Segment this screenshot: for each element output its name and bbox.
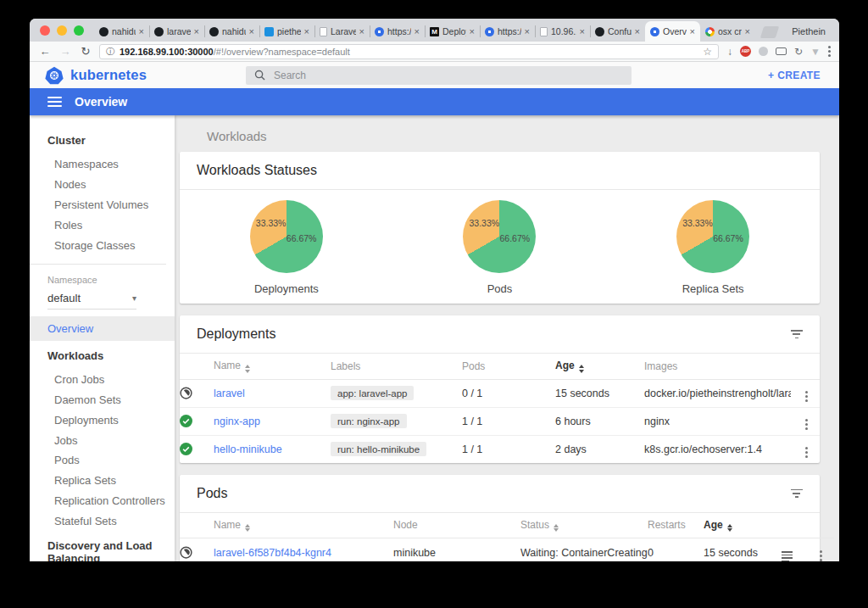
column-header-age[interactable]: Age	[704, 513, 782, 538]
success-icon	[180, 415, 192, 427]
downloads-chevron-icon[interactable]: ▼	[810, 47, 821, 57]
cell-pods: 0 / 1	[462, 379, 555, 407]
column-header-labels[interactable]: Labels	[331, 354, 462, 379]
deployment-link[interactable]: laravel	[214, 388, 245, 399]
back-icon[interactable]: ←	[38, 45, 52, 58]
column-header-status[interactable]: Status	[520, 513, 648, 538]
postman-extension-icon[interactable]	[776, 47, 787, 55]
column-header-node[interactable]: Node	[393, 513, 520, 538]
browser-menu-icon[interactable]	[828, 46, 831, 57]
browser-tab[interactable]: https://k×	[370, 21, 425, 42]
tab-close-icon[interactable]: ×	[415, 27, 420, 36]
column-header-restarts[interactable]: Restarts	[648, 513, 704, 538]
browser-tab[interactable]: Laravel×	[314, 21, 370, 42]
progress-icon	[180, 546, 192, 559]
cell-pods: 1 / 1	[462, 407, 555, 435]
browser-tab[interactable]: piethein×	[259, 21, 314, 42]
sidebar-item-storage-classes[interactable]: Storage Classes	[30, 235, 175, 255]
browser-tab[interactable]: nahidulh×	[94, 21, 149, 42]
replica-sets-pie-chart[interactable]: 33.33% 66.67%	[676, 200, 749, 273]
bookmark-star-icon[interactable]: ☆	[703, 46, 712, 58]
tab-close-icon[interactable]: ×	[580, 27, 585, 36]
sidebar-item-overview[interactable]: Overview	[30, 316, 175, 341]
row-menu-icon[interactable]	[805, 419, 808, 430]
tab-close-icon[interactable]: ×	[304, 27, 309, 36]
sidebar-item-jobs[interactable]: Jobs	[30, 430, 175, 450]
sidebar-item-roles[interactable]: Roles	[30, 215, 175, 235]
page-info-icon[interactable]: ⓘ	[106, 46, 114, 58]
column-header-pods[interactable]: Pods	[462, 354, 555, 379]
deployments-pie-chart[interactable]: 33.33% 66.67%	[250, 200, 323, 273]
sidebar-item-stateful-sets[interactable]: Stateful Sets	[30, 510, 175, 531]
download-extension-icon[interactable]: ↓	[727, 47, 732, 57]
browser-tab[interactable]: osx crea×	[700, 21, 755, 42]
sidebar-item-deployments[interactable]: Deployments	[30, 410, 175, 430]
kubernetes-brand[interactable]: kubernetes	[45, 66, 147, 85]
tab-close-icon[interactable]: ×	[525, 27, 530, 36]
search-input[interactable]: Search	[246, 66, 632, 85]
zoom-window-button[interactable]	[74, 25, 84, 36]
pie-slice-label: 33.33%	[256, 218, 287, 228]
column-header-name[interactable]: Name	[214, 354, 331, 379]
label-chip: run: nginx-app	[331, 414, 407, 428]
deployment-link[interactable]: hello-minikube	[214, 443, 282, 455]
disabled-extension-icon[interactable]	[759, 47, 768, 56]
browser-tab[interactable]: 10.96.13×	[535, 21, 590, 42]
address-bar[interactable]: ⓘ 192.168.99.100:30000/#!/overview?names…	[99, 44, 719, 59]
browser-profile-name[interactable]: Piethein	[792, 26, 831, 42]
sort-icon	[579, 365, 584, 373]
adblock-icon[interactable]: ABP	[740, 46, 751, 57]
column-header-images[interactable]: Images	[644, 354, 791, 379]
tab-close-icon[interactable]: ×	[194, 27, 199, 36]
row-menu-icon[interactable]	[805, 447, 808, 458]
create-button[interactable]: + CREATE	[768, 70, 821, 81]
filter-icon[interactable]	[790, 330, 803, 338]
sort-icon	[245, 524, 250, 533]
browser-tab[interactable]: https://k×	[480, 21, 535, 42]
tab-close-icon[interactable]: ×	[139, 27, 144, 36]
sidebar-item-namespaces[interactable]: Namespaces	[30, 154, 175, 175]
browser-tab[interactable]: nahidulh×	[204, 21, 259, 42]
namespace-select[interactable]: default ▾	[47, 292, 136, 310]
close-window-button[interactable]	[40, 25, 50, 36]
sidebar-item-persistent-volumes[interactable]: Persistent Volumes	[30, 195, 175, 215]
minimize-window-button[interactable]	[57, 25, 67, 36]
filter-icon[interactable]	[790, 489, 803, 498]
tab-close-icon[interactable]: ×	[249, 27, 254, 36]
tab-close-icon[interactable]: ×	[690, 27, 695, 36]
sidebar-header-workloads[interactable]: Workloads	[30, 341, 175, 370]
sidebar-item-cron-jobs[interactable]: Cron Jobs	[30, 370, 175, 390]
pod-link[interactable]: laravel-6f587bf4b4-kgnr4	[214, 547, 331, 559]
tab-close-icon[interactable]: ×	[635, 27, 640, 36]
sidebar-item-replica-sets[interactable]: Replica Sets	[30, 471, 175, 491]
tab-close-icon[interactable]: ×	[359, 27, 364, 36]
sidebar-item-daemon-sets[interactable]: Daemon Sets	[30, 390, 175, 410]
deployment-link[interactable]: nginx-app	[214, 416, 260, 427]
sync-extension-icon[interactable]: ↻	[794, 47, 803, 57]
sidebar-header-discovery[interactable]: Discovery and Load Balancing	[30, 531, 175, 561]
tab-close-icon[interactable]: ×	[745, 27, 750, 36]
column-header-age[interactable]: Age	[555, 354, 644, 379]
sidebar-item-replication-controllers[interactable]: Replication Controllers	[30, 491, 175, 511]
new-tab-button[interactable]	[760, 26, 780, 38]
row-menu-icon[interactable]	[820, 550, 822, 561]
tab-close-icon[interactable]: ×	[470, 27, 475, 36]
tab-title: piethein	[277, 26, 301, 36]
sidebar: Cluster Namespaces Nodes Persistent Volu…	[30, 115, 175, 561]
column-header-name[interactable]: Name	[214, 513, 393, 538]
sidebar-header-cluster[interactable]: Cluster	[30, 126, 175, 154]
pods-pie-chart[interactable]: 33.33% 66.67%	[463, 200, 536, 273]
browser-tab[interactable]: Confusin×	[590, 21, 645, 42]
logs-icon[interactable]	[782, 551, 793, 561]
browser-tab[interactable]: laravel-c×	[149, 21, 204, 42]
reload-icon[interactable]: ↻	[79, 45, 92, 58]
pie-slice-label: 33.33%	[469, 218, 499, 228]
hamburger-menu-icon[interactable]	[47, 97, 62, 107]
pie-slice-label: 33.33%	[682, 218, 713, 228]
deployments-card: Deployments Name Labels Pods Age Images	[180, 315, 820, 463]
browser-tab[interactable]: MDeploy y×	[425, 21, 480, 42]
browser-tab-active[interactable]: Overview×	[645, 21, 700, 42]
sidebar-item-pods[interactable]: Pods	[30, 450, 175, 471]
sidebar-item-nodes[interactable]: Nodes	[30, 175, 175, 195]
row-menu-icon[interactable]	[805, 391, 808, 402]
